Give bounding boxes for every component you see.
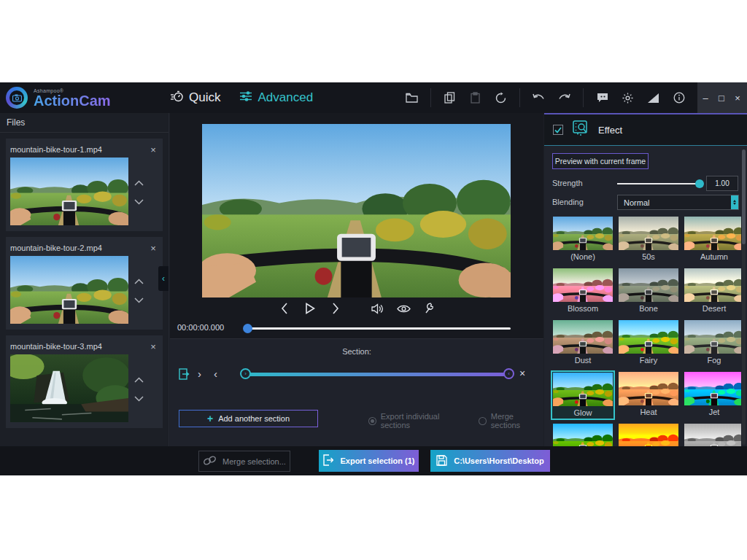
reset-icon[interactable] [495, 92, 507, 104]
remove-section-icon[interactable]: × [519, 368, 525, 379]
export-selection-button[interactable]: Export selection (1) [319, 450, 419, 472]
set-section-icon[interactable] [179, 368, 190, 383]
effect-dust[interactable]: Dust [551, 319, 615, 368]
seek-knob[interactable] [243, 324, 252, 333]
maximize-button[interactable]: □ [713, 82, 729, 113]
move-down-icon[interactable] [134, 392, 144, 405]
move-down-icon[interactable] [134, 195, 144, 208]
move-up-icon[interactable] [134, 373, 144, 386]
effect-label: Desert [683, 304, 741, 313]
radio-export-individual-label: Export individual sections [381, 412, 468, 429]
radio-icon [479, 417, 487, 425]
next-frame-icon[interactable] [328, 301, 343, 316]
effect-thumbnail [684, 217, 741, 250]
section-range-slider[interactable]: › ‹ [245, 373, 509, 376]
redo-icon[interactable] [558, 92, 570, 104]
scrollbar-thumb[interactable] [742, 149, 746, 244]
effect-fairy[interactable]: Fairy [616, 319, 681, 368]
tab-advanced[interactable]: Advanced [239, 90, 313, 106]
seek-row: 00:00:00.000 [170, 321, 543, 335]
effect-50s[interactable]: 50s [616, 215, 681, 265]
remove-file-icon[interactable]: × [147, 243, 160, 254]
strength-knob[interactable] [695, 179, 704, 188]
file-list-item-3[interactable]: mountain-bike-tour-3.mp4 × [6, 335, 163, 428]
section-start-handle[interactable]: › [240, 368, 251, 379]
blending-row: Blending Normal [544, 195, 747, 211]
section-row: › ‹ › ‹ × [170, 365, 543, 384]
effect-heat[interactable]: Heat [616, 370, 681, 420]
effect-fog[interactable]: Fog [682, 319, 741, 368]
file-thumbnail[interactable] [10, 158, 128, 225]
effect-icon [571, 120, 590, 140]
radio-merge-sections[interactable]: Merge sections [479, 412, 543, 429]
section-forward-icon[interactable]: › [198, 368, 201, 380]
effect-blossom[interactable]: Blossom [551, 267, 615, 316]
merge-selection-button[interactable]: Merge selection... [198, 451, 290, 472]
effects-scrollbar[interactable] [742, 149, 746, 445]
seek-slider[interactable] [244, 327, 511, 330]
wrench-icon[interactable] [422, 301, 436, 316]
file-thumbnail[interactable] [10, 354, 128, 422]
effect-thumbnail [619, 320, 678, 354]
file-name: mountain-bike-tour-3.mp4 [10, 342, 147, 351]
info-icon[interactable] [673, 92, 685, 104]
remove-file-icon[interactable]: × [147, 144, 160, 155]
file-thumbnail[interactable] [10, 256, 128, 324]
section-area: Section: › ‹ › ‹ × + Add another section [170, 338, 543, 446]
effect-enabled-checkbox[interactable] [553, 125, 563, 135]
timecode: 00:00:00.000 [177, 323, 224, 332]
strength-slider[interactable] [617, 183, 702, 184]
eye-icon[interactable] [396, 301, 411, 316]
blending-selected-value: Normal [618, 198, 731, 207]
minimize-button[interactable]: – [697, 82, 713, 113]
plus-icon: + [207, 413, 213, 424]
section-back-icon[interactable]: ‹ [214, 368, 217, 380]
tab-quick[interactable]: Quick [170, 90, 220, 106]
file-list-item-2[interactable]: mountain-bike-tour-2.mp4 × [6, 237, 163, 330]
effect-unnamed-13[interactable] [551, 422, 615, 446]
app-name: ActionCam [34, 93, 111, 108]
theme-icon[interactable] [647, 92, 659, 104]
blending-dropdown[interactable]: Normal [617, 195, 739, 210]
preview-area: 00:00:00.000 Section: › ‹ › ‹ × + [170, 113, 543, 446]
effect-autumn[interactable]: Autumn [682, 215, 741, 265]
preview-current-frame-button[interactable]: Preview with current frame [552, 153, 649, 169]
actioncam-logo-icon [6, 87, 28, 109]
screenshot-stage: Ashampoo® ActionCam Quick Advanced [0, 0, 747, 560]
feedback-icon[interactable] [596, 92, 608, 104]
effect-glow[interactable]: Glow [551, 370, 615, 420]
transport-controls [170, 301, 543, 316]
section-end-handle[interactable]: ‹ [503, 368, 514, 379]
settings-gear-icon[interactable] [622, 92, 634, 104]
effect-none[interactable]: (None) [551, 215, 615, 265]
move-up-icon[interactable] [134, 176, 144, 189]
effect-bone[interactable]: Bone [616, 267, 681, 316]
open-folder-icon[interactable] [406, 92, 418, 104]
move-up-icon[interactable] [134, 274, 144, 287]
mode-tabs: Quick Advanced [170, 90, 313, 106]
strength-label: Strength [552, 179, 583, 187]
strength-row: Strength 1.00 [544, 176, 747, 192]
undo-icon[interactable] [533, 92, 545, 104]
add-section-button[interactable]: + Add another section [179, 410, 318, 427]
output-path-button[interactable]: C:\Users\Horst\Desktop [430, 450, 550, 472]
file-list-item-1[interactable]: mountain-bike-tour-1.mp4 × [6, 139, 163, 231]
close-button[interactable]: × [729, 82, 746, 113]
brand-text: Ashampoo® ActionCam [34, 88, 111, 108]
effect-unnamed-15[interactable] [682, 422, 741, 446]
volume-icon[interactable] [371, 301, 385, 316]
effect-jet[interactable]: Jet [682, 370, 741, 420]
effect-unnamed-14[interactable] [616, 422, 681, 446]
remove-file-icon[interactable]: × [147, 341, 160, 352]
radio-export-individual[interactable]: Export individual sections [368, 412, 468, 429]
paste-icon[interactable] [469, 92, 481, 104]
strength-value[interactable]: 1.00 [706, 176, 738, 191]
copy-icon[interactable] [444, 92, 456, 104]
previous-frame-icon[interactable] [277, 301, 292, 316]
collapse-panel-handle[interactable]: ‹ [158, 266, 169, 291]
dropdown-arrow-icon[interactable] [731, 195, 738, 209]
play-icon[interactable] [303, 301, 317, 316]
move-down-icon[interactable] [134, 293, 144, 306]
effect-desert[interactable]: Desert [682, 267, 741, 316]
video-preview[interactable] [202, 124, 511, 298]
